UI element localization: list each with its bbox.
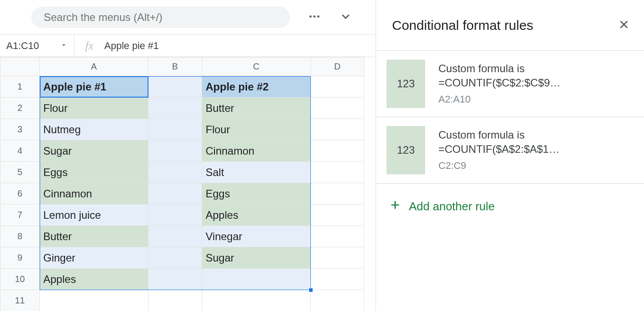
plus-icon (389, 199, 401, 214)
format-rule-0[interactable]: 123Custom formula is=COUNTIF($C$2:$C$9…A… (376, 51, 644, 117)
cell-D11[interactable] (311, 290, 364, 311)
cell-B9[interactable] (149, 247, 202, 269)
cell-C2[interactable]: Butter (202, 98, 311, 119)
cell-A5[interactable]: Eggs (40, 162, 149, 183)
cell-D5[interactable] (311, 162, 364, 183)
add-rule-label: Add another rule (409, 200, 495, 213)
rule-swatch: 123 (387, 60, 425, 108)
cell-A11[interactable] (40, 290, 149, 311)
row-header-5[interactable]: 5 (0, 162, 40, 183)
cell-C9[interactable]: Sugar (202, 247, 311, 269)
cell-B4[interactable] (149, 140, 202, 162)
rule-condition-label: Custom formula is (438, 129, 631, 141)
name-box[interactable]: A1:C10 (0, 35, 74, 57)
svg-point-1 (314, 16, 316, 18)
cell-B11[interactable] (149, 290, 202, 311)
formula-bar: A1:C10 fx Apple pie #1 (0, 35, 375, 57)
cell-A10[interactable]: Apples (40, 269, 149, 290)
cell-A7[interactable]: Lemon juice (40, 205, 149, 226)
name-box-value: A1:C10 (6, 40, 39, 52)
rule-condition-label: Custom formula is (438, 62, 631, 75)
cell-D8[interactable] (311, 226, 364, 247)
row-header-1[interactable]: 1 (0, 76, 40, 98)
svg-point-0 (310, 16, 312, 18)
toolbar (0, 0, 375, 35)
cell-C3[interactable]: Flour (202, 119, 311, 140)
rule-formula: =COUNTIF($A$2:$A$1… (438, 143, 631, 156)
search-input[interactable] (31, 7, 290, 28)
svg-point-2 (317, 16, 319, 18)
fx-icon: fx (74, 39, 104, 53)
col-header-B[interactable]: B (149, 57, 202, 76)
row-header-3[interactable]: 3 (0, 119, 40, 140)
cell-C7[interactable]: Apples (202, 205, 311, 226)
cell-D3[interactable] (311, 119, 364, 140)
cell-D10[interactable] (311, 269, 364, 290)
cell-D7[interactable] (311, 205, 364, 226)
rule-formula: =COUNTIF($C$2:$C$9… (438, 77, 631, 89)
cell-B5[interactable] (149, 162, 202, 183)
select-all-corner[interactable] (0, 57, 40, 76)
cell-A9[interactable]: Ginger (40, 247, 149, 269)
row-header-9[interactable]: 9 (0, 247, 40, 269)
spreadsheet-grid[interactable]: ABCD1Apple pie #1Apple pie #22FlourButte… (0, 57, 375, 311)
cell-D9[interactable] (311, 247, 364, 269)
chevron-down-icon[interactable] (339, 10, 352, 25)
cell-A6[interactable]: Cinnamon (40, 183, 149, 205)
cell-C11[interactable] (202, 290, 311, 311)
formula-value[interactable]: Apple pie #1 (104, 40, 159, 52)
row-header-11[interactable]: 11 (0, 290, 40, 311)
cell-B2[interactable] (149, 98, 202, 119)
row-header-6[interactable]: 6 (0, 183, 40, 205)
cell-B1[interactable] (149, 76, 202, 98)
col-header-A[interactable]: A (40, 57, 149, 76)
cell-A1[interactable]: Apple pie #1 (40, 76, 149, 98)
cell-D6[interactable] (311, 183, 364, 205)
rule-swatch: 123 (387, 126, 425, 174)
cell-A2[interactable]: Flour (40, 98, 149, 119)
cell-C1[interactable]: Apple pie #2 (202, 76, 311, 98)
add-rule-button[interactable]: Add another rule (376, 184, 644, 229)
row-header-10[interactable]: 10 (0, 269, 40, 290)
cell-D2[interactable] (311, 98, 364, 119)
cell-B8[interactable] (149, 226, 202, 247)
cell-A8[interactable]: Butter (40, 226, 149, 247)
cell-C10[interactable] (202, 269, 311, 290)
cell-C6[interactable]: Eggs (202, 183, 311, 205)
cell-A4[interactable]: Sugar (40, 140, 149, 162)
row-header-2[interactable]: 2 (0, 98, 40, 119)
cell-B6[interactable] (149, 183, 202, 205)
dropdown-icon (60, 40, 68, 52)
cell-C4[interactable]: Cinnamon (202, 140, 311, 162)
cell-C8[interactable]: Vinegar (202, 226, 311, 247)
sidebar-title: Conditional format rules (392, 18, 533, 33)
cell-B3[interactable] (149, 119, 202, 140)
row-header-8[interactable]: 8 (0, 226, 40, 247)
row-header-7[interactable]: 7 (0, 205, 40, 226)
more-icon[interactable] (308, 10, 321, 25)
close-icon[interactable] (617, 18, 631, 33)
rule-range: C2:C9 (438, 160, 631, 172)
rule-list: 123Custom formula is=COUNTIF($C$2:$C$9…A… (376, 51, 644, 184)
row-header-4[interactable]: 4 (0, 140, 40, 162)
cell-D4[interactable] (311, 140, 364, 162)
cell-B7[interactable] (149, 205, 202, 226)
cell-A3[interactable]: Nutmeg (40, 119, 149, 140)
cell-B10[interactable] (149, 269, 202, 290)
conditional-format-sidebar: Conditional format rules 123Custom formu… (376, 0, 644, 311)
cell-C5[interactable]: Salt (202, 162, 311, 183)
rule-range: A2:A10 (438, 94, 631, 105)
col-header-C[interactable]: C (202, 57, 311, 76)
cell-D1[interactable] (311, 76, 364, 98)
format-rule-1[interactable]: 123Custom formula is=COUNTIF($A$2:$A$1…C… (376, 117, 644, 184)
col-header-D[interactable]: D (311, 57, 364, 76)
